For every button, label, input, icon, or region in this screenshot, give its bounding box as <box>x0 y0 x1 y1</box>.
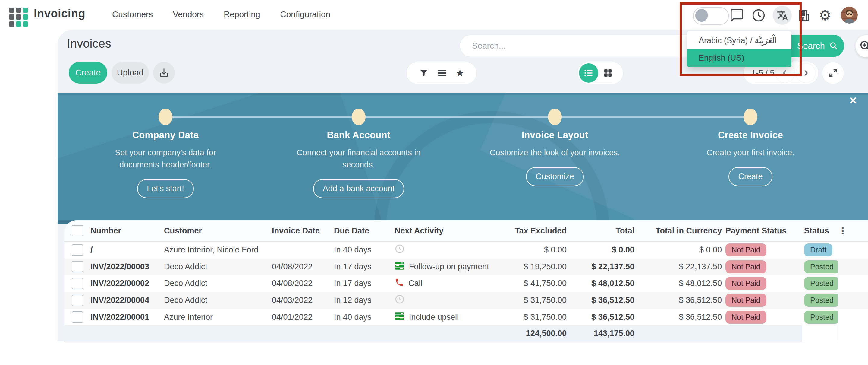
activities-clock-icon[interactable]: 11 <box>751 8 766 23</box>
app-title[interactable]: Invoicing <box>34 7 85 20</box>
nav-vendors[interactable]: Vendors <box>173 10 204 19</box>
search-icon <box>829 41 838 50</box>
step-description: Create your first invoice. <box>680 147 821 159</box>
column-header-invoice-date[interactable]: Invoice Date <box>272 226 333 235</box>
filter-icon[interactable] <box>419 68 429 78</box>
language-dropdown-menu: Arabic (Syria) / الْعَرَبِيَّة English (… <box>687 31 792 67</box>
next-activity-icon[interactable] <box>395 311 405 324</box>
banner-create-button[interactable]: Create <box>728 167 772 186</box>
language-option-english[interactable]: English (US) <box>687 49 792 67</box>
invoice-customer: Deco Addict <box>163 262 272 272</box>
row-checkbox[interactable] <box>72 278 83 289</box>
column-header-due-date[interactable]: Due Date <box>333 226 393 235</box>
download-icon <box>158 67 169 78</box>
zoom-in-icon <box>859 39 868 53</box>
column-header-tax-excluded[interactable]: Tax Excluded <box>509 226 567 235</box>
favorites-icon[interactable]: ★ <box>456 67 464 79</box>
next-activity-icon[interactable] <box>395 244 405 256</box>
timeline-dot-create-invoice <box>744 109 757 125</box>
invoice-number: INV/2022/00004 <box>90 296 163 305</box>
total-amount: $ 0.00 <box>567 245 634 255</box>
list-view-button[interactable] <box>579 63 598 83</box>
total-amount: $ 22,137.50 <box>567 262 634 272</box>
add-bank-account-button[interactable]: Add a bank account <box>313 179 404 198</box>
total-in-currency-amount: $ 36,512.50 <box>634 312 722 322</box>
customize-button[interactable]: Customize <box>526 167 584 186</box>
column-options-icon[interactable]: ⋮ <box>838 225 868 236</box>
next-activity-icon[interactable] <box>395 294 405 307</box>
select-all-checkbox[interactable] <box>72 225 83 236</box>
group-by-icon[interactable] <box>437 68 447 78</box>
next-activity-icon[interactable] <box>395 278 404 289</box>
invoice-number: INV/2022/00003 <box>90 262 163 272</box>
step-title: Bank Account <box>268 130 449 141</box>
total-in-currency-amount: $ 22,137.50 <box>634 262 722 272</box>
theme-toggle-switch[interactable] <box>693 7 729 25</box>
user-avatar[interactable] <box>841 7 858 24</box>
onboarding-step-invoice-layout: Invoice Layout Customize the look of you… <box>464 130 645 186</box>
invoice-table: Number Customer Invoice Date Due Date Ne… <box>64 220 868 341</box>
invoice-customer: Deco Addict <box>163 296 272 305</box>
nav-customers[interactable]: Customers <box>112 10 153 19</box>
language-menu-button[interactable] <box>773 6 792 25</box>
tax-excluded-amount: $ 0.00 <box>509 245 567 255</box>
table-row[interactable]: INV/2022/00003 Deco Addict 04/08/2022 In… <box>64 258 868 275</box>
tax-excluded-amount: $ 19,250.00 <box>509 262 567 272</box>
pager-next-button[interactable] <box>796 63 815 83</box>
upload-button[interactable]: Upload <box>112 62 149 84</box>
total-in-currency-amount: $ 36,512.50 <box>634 296 722 305</box>
onboarding-step-company-data: Company Data Set your company's data for… <box>75 130 256 198</box>
table-row[interactable]: / Azure Interior, Nicole Ford In 40 days… <box>64 242 868 258</box>
language-option-arabic[interactable]: Arabic (Syria) / الْعَرَبِيَّة <box>687 31 792 49</box>
banner-close-icon[interactable]: × <box>849 94 857 107</box>
step-title: Invoice Layout <box>464 130 645 141</box>
row-checkbox[interactable] <box>72 244 83 256</box>
invoice-date: 04/08/2022 <box>272 262 333 272</box>
row-checkbox[interactable] <box>72 311 83 323</box>
create-button[interactable]: Create <box>69 62 107 84</box>
column-header-total[interactable]: Total <box>567 226 634 235</box>
expand-icon <box>828 68 838 78</box>
tax-excluded-amount: $ 31,750.00 <box>509 312 567 322</box>
messages-icon[interactable]: 5 <box>730 8 744 23</box>
payment-status-badge: Not Paid <box>725 260 767 273</box>
step-title: Company Data <box>75 130 256 141</box>
totals-total: 143,175.00 <box>567 329 634 338</box>
expand-button[interactable] <box>822 62 844 84</box>
column-header-number[interactable]: Number <box>90 226 163 235</box>
column-header-next-activity[interactable]: Next Activity <box>393 226 509 235</box>
view-switcher <box>578 62 623 84</box>
nav-reporting[interactable]: Reporting <box>224 10 260 19</box>
next-activity-icon[interactable] <box>395 261 405 273</box>
column-header-payment-status[interactable]: Payment Status <box>722 226 802 235</box>
activity-phone-icon <box>395 278 404 287</box>
kanban-view-icon <box>603 68 613 78</box>
total-amount: $ 36,512.50 <box>567 296 634 305</box>
kanban-view-button[interactable] <box>598 63 618 83</box>
row-checkbox[interactable] <box>72 295 83 306</box>
step-title: Create Invoice <box>660 130 841 141</box>
column-header-status[interactable]: Status <box>802 226 838 235</box>
status-badge: Draft <box>804 244 832 256</box>
table-row[interactable]: INV/2022/00002 Deco Addict 04/08/2022 In… <box>64 275 868 292</box>
lets-start-button[interactable]: Let's start! <box>137 179 194 198</box>
table-totals-row: 124,500.00 143,175.00 <box>64 326 868 342</box>
invoice-date: 04/08/2022 <box>272 279 333 288</box>
pager-count: 1-5 / 5 <box>751 68 775 78</box>
apps-menu-icon[interactable] <box>9 7 28 27</box>
download-button[interactable] <box>153 62 175 84</box>
onboarding-step-create-invoice: Create Invoice Create your first invoice… <box>660 130 841 186</box>
table-row[interactable]: INV/2022/00004 Deco Addict 04/03/2022 In… <box>64 292 868 309</box>
nav-configuration[interactable]: Configuration <box>280 10 331 19</box>
search-button[interactable]: Search <box>791 35 844 57</box>
onboarding-step-bank-account: Bank Account Connect your financial acco… <box>268 130 449 198</box>
payment-status-badge: Not Paid <box>725 277 767 290</box>
row-checkbox[interactable] <box>72 261 83 272</box>
table-row[interactable]: INV/2022/00001 Azure Interior 04/01/2022… <box>64 309 868 326</box>
status-badge: Posted <box>804 260 838 273</box>
settings-gear-icon[interactable]: ⚙ <box>818 7 832 24</box>
list-view-icon <box>584 68 594 78</box>
column-header-total-in-currency[interactable]: Total in Currency <box>634 226 722 235</box>
company-switcher-icon[interactable] <box>796 8 811 23</box>
column-header-customer[interactable]: Customer <box>163 226 272 235</box>
